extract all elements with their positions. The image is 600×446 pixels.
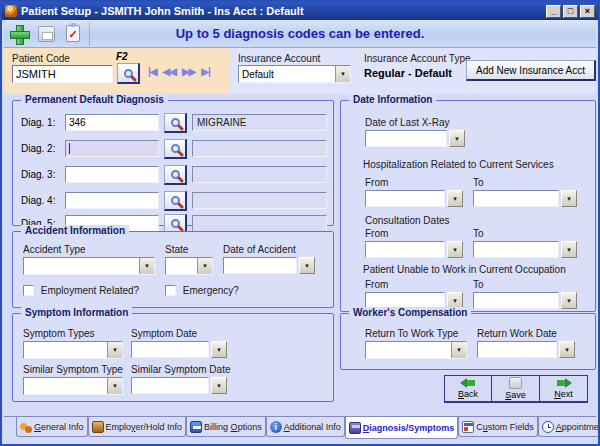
chevron-down-icon[interactable] [447, 241, 463, 258]
diag-2-lookup-button[interactable] [164, 139, 187, 159]
billing-icon [190, 421, 202, 433]
hosp-to-input[interactable] [473, 190, 559, 207]
similar-symptom-date-field [131, 377, 227, 394]
accident-group: Accident Information Accident Type State… [12, 231, 334, 308]
diag-1-lookup-button[interactable] [164, 113, 187, 133]
verify-button[interactable]: ✓ [61, 22, 85, 46]
diagnosis-row: Diag. 2: [13, 140, 333, 160]
maximize-button[interactable]: □ [563, 5, 578, 18]
diagnosis-group: Permanent Default Diagnosis Diag. 1: MIG… [12, 100, 334, 226]
minimize-button[interactable]: _ [546, 5, 561, 18]
chevron-down-icon[interactable] [211, 377, 227, 394]
tab-general-info[interactable]: General Info [16, 417, 88, 437]
patient-code-input[interactable] [12, 65, 113, 83]
diag-2-description [192, 140, 327, 157]
xray-date-input[interactable] [365, 130, 447, 147]
add-patient-button[interactable] [7, 22, 31, 46]
diag-3-label: Diag. 3: [21, 169, 55, 180]
back-button[interactable]: Back [444, 375, 492, 403]
diag-2-label: Diag. 2: [21, 143, 55, 154]
tab-diagnosis-symptoms[interactable]: Diagnosis/Symptoms [345, 417, 459, 439]
back-arrow-icon [460, 378, 476, 388]
similar-symptom-date-label: Similar Symptom Date [131, 364, 230, 375]
nav-last-icon[interactable]: ▶| [201, 66, 210, 77]
diag-4-lookup-button[interactable] [164, 191, 187, 211]
save-toolbar-button[interactable] [34, 22, 58, 46]
emergency-row: Emergency? [165, 285, 239, 296]
diagnosis-row: Diag. 3: [13, 166, 333, 186]
symptom-date-input[interactable] [131, 341, 209, 358]
record-navigation: |◀ ◀◀ ▶▶ ▶| [148, 66, 210, 77]
chevron-down-icon[interactable] [447, 190, 463, 207]
tab-employer-hold-info[interactable]: Employer/Hold Info [88, 417, 187, 437]
consult-to-input[interactable] [473, 241, 559, 258]
chevron-down-icon[interactable] [561, 292, 577, 309]
chevron-down-icon[interactable] [335, 66, 350, 82]
date-of-accident-label: Date of Accident [223, 244, 296, 255]
chevron-down-icon[interactable] [561, 241, 577, 258]
bottom-tab-bar: General Info Employer/Hold Info Billing … [4, 416, 596, 442]
return-work-date-input[interactable] [477, 341, 557, 358]
people-icon [20, 421, 32, 433]
chevron-down-icon[interactable] [449, 130, 465, 147]
state-select[interactable] [165, 257, 213, 275]
emergency-label: Emergency? [183, 285, 239, 296]
emergency-checkbox[interactable] [165, 285, 176, 296]
custom-fields-icon [462, 421, 474, 433]
chevron-down-icon[interactable] [197, 258, 212, 274]
status-message: Up to 5 diagnosis codes can be entered. [4, 26, 596, 41]
diag-3-lookup-button[interactable] [164, 165, 187, 185]
symptom-date-label: Symptom Date [131, 328, 197, 339]
tab-billing-options[interactable]: Billing Options [186, 417, 266, 437]
diag-4-label: Diag. 4: [21, 195, 55, 206]
save-icon [509, 377, 522, 389]
save-button-label: Save [505, 390, 526, 400]
chevron-down-icon[interactable] [451, 342, 466, 358]
chevron-down-icon[interactable] [139, 258, 154, 274]
consult-from-input[interactable] [365, 241, 445, 258]
patient-setup-window: Patient Setup - JSMITH John Smith - Ins … [0, 0, 600, 446]
tab-custom-fields[interactable]: Custom Fields [458, 417, 538, 437]
hosp-from-input[interactable] [365, 190, 445, 207]
state-label: State [165, 244, 188, 255]
search-icon [124, 69, 133, 78]
clock-icon [542, 421, 554, 433]
diag-3-code-input[interactable] [65, 166, 159, 183]
chevron-down-icon[interactable] [107, 378, 122, 394]
diag-4-code-input[interactable] [65, 192, 159, 209]
close-button[interactable]: × [580, 5, 595, 18]
clipboard-check-icon: ✓ [66, 25, 80, 42]
tab-additional-info[interactable]: i Additional Info [266, 417, 345, 437]
date-of-accident-input[interactable] [223, 257, 297, 274]
chevron-down-icon[interactable] [107, 342, 122, 358]
consult-to-field [473, 241, 577, 258]
date-of-accident-field [223, 257, 315, 274]
similar-symptom-date-input[interactable] [131, 377, 209, 394]
workers-comp-group-title: Worker's Compensation [349, 307, 471, 318]
diag-2-code-input[interactable] [65, 140, 159, 157]
nav-next-icon[interactable]: ▶▶ [182, 66, 195, 77]
accident-type-select[interactable] [23, 257, 155, 275]
chevron-down-icon[interactable] [561, 190, 577, 207]
nav-first-icon[interactable]: |◀ [148, 66, 157, 77]
next-button-label: Next [554, 389, 573, 399]
diag-1-code-input[interactable] [65, 114, 159, 131]
symptom-date-field [131, 341, 227, 358]
chevron-down-icon[interactable] [299, 257, 315, 274]
symptom-types-select[interactable] [23, 341, 123, 359]
chevron-down-icon[interactable] [559, 341, 575, 358]
employment-related-checkbox[interactable] [23, 285, 34, 296]
next-button[interactable]: Next [540, 375, 588, 403]
similar-symptom-type-select[interactable] [23, 377, 123, 395]
chevron-down-icon[interactable] [211, 341, 227, 358]
nav-previous-icon[interactable]: ◀◀ [163, 66, 176, 77]
insurance-account-type-value: Regular - Default [364, 67, 452, 79]
unable-to-input[interactable] [473, 292, 559, 309]
return-to-work-type-select[interactable] [365, 341, 467, 359]
add-new-insurance-button[interactable]: Add New Insurance Acct [466, 60, 596, 81]
save-button[interactable]: Save [492, 375, 540, 403]
tab-appointments[interactable]: Appointments [538, 417, 600, 437]
patient-lookup-button[interactable] [117, 63, 140, 84]
plus-icon [10, 25, 28, 43]
insurance-account-select[interactable]: Default [238, 65, 351, 83]
